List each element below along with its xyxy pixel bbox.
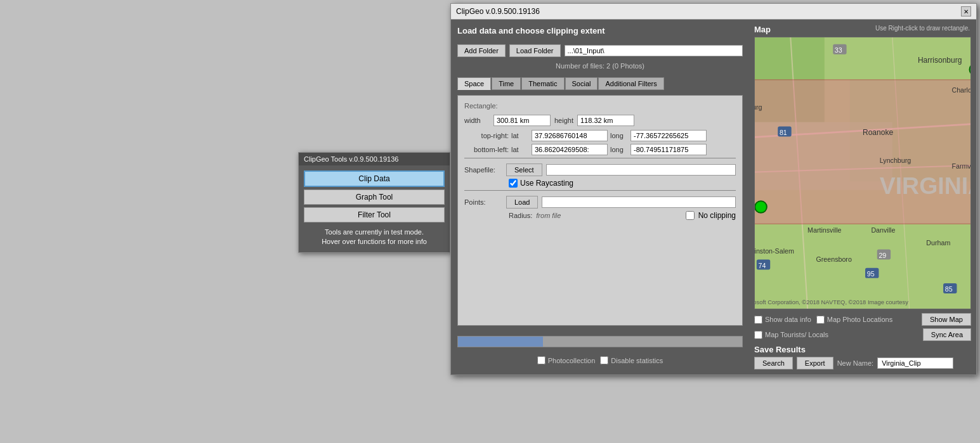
map-photo-locations-label: Map Photo Locations bbox=[816, 316, 892, 324]
divider2 bbox=[464, 190, 736, 191]
svg-text:33: 33 bbox=[835, 46, 842, 54]
tools-title: ClipGeo Tools v.0.9.500.19136 bbox=[304, 155, 398, 163]
bottom-left-label: bottom-left: bbox=[464, 146, 509, 153]
tab-space[interactable]: Space bbox=[457, 77, 491, 90]
export-button[interactable]: Export bbox=[797, 357, 833, 369]
radius-value: from file bbox=[536, 212, 681, 219]
map-svg: Harrisonburg Charlottesville Lewisburg R… bbox=[755, 37, 970, 309]
svg-text:Roanoke: Roanoke bbox=[863, 128, 893, 137]
photocollection-label: Photocollection bbox=[537, 356, 596, 364]
svg-text:Danville: Danville bbox=[871, 226, 895, 234]
map-container[interactable]: Harrisonburg Charlottesville Lewisburg R… bbox=[754, 37, 971, 309]
map-photo-locations-text: Map Photo Locations bbox=[827, 316, 892, 323]
top-right-row: top-right: lat long bbox=[464, 130, 736, 141]
tab-social[interactable]: Social bbox=[565, 77, 598, 90]
save-results-section: Save Results Search Export New Name: bbox=[754, 345, 971, 369]
section-title: Load data and choose clipping extent bbox=[457, 26, 743, 35]
svg-text:Martinsville: Martinsville bbox=[807, 226, 842, 234]
long-input-bl[interactable] bbox=[630, 144, 707, 155]
svg-text:81: 81 bbox=[780, 129, 787, 136]
shapefile-row: Shapefile: Select bbox=[464, 164, 736, 176]
main-window: ClipGeo v.0.9.500.19136 ✕ Load data and … bbox=[450, 3, 977, 375]
svg-text:Lynchburg: Lynchburg bbox=[880, 157, 911, 164]
tools-title-bar: ClipGeo Tools v.0.9.500.19136 bbox=[299, 153, 450, 165]
show-data-info-checkbox[interactable] bbox=[754, 316, 762, 324]
map-controls-row1: Show data info Map Photo Locations Show … bbox=[754, 313, 971, 326]
no-clipping-checkbox[interactable] bbox=[686, 211, 695, 220]
graph-tool-button[interactable]: Graph Tool bbox=[304, 189, 445, 205]
add-folder-button[interactable]: Add Folder bbox=[457, 44, 506, 57]
height-label: height bbox=[554, 117, 573, 124]
load-folder-button[interactable]: Load Folder bbox=[509, 44, 561, 57]
lat-input-tr[interactable] bbox=[532, 130, 608, 141]
main-title-bar: ClipGeo v.0.9.500.19136 ✕ bbox=[451, 4, 976, 20]
radius-row: Radius: from file No clipping bbox=[464, 211, 736, 220]
search-button[interactable]: Search bbox=[754, 357, 793, 369]
svg-text:©2018 Microsoft Corporation, ©: ©2018 Microsoft Corporation, ©2018 NAVTE… bbox=[755, 299, 908, 305]
svg-text:Farmville: Farmville bbox=[951, 162, 970, 170]
clip-data-button[interactable]: Clip Data bbox=[304, 170, 445, 187]
raycasting-checkbox[interactable] bbox=[509, 179, 518, 188]
filter-tool-button[interactable]: Filter Tool bbox=[304, 207, 445, 222]
svg-text:Lewisburg: Lewisburg bbox=[755, 103, 762, 111]
map-hint: Use Right-click to draw rectangle. bbox=[875, 25, 970, 32]
points-label: Points: bbox=[464, 198, 502, 206]
map-controls-row2: Map Tourists/ Locals Sync Area bbox=[754, 328, 971, 341]
tab-additional-filters[interactable]: Additional Filters bbox=[598, 77, 663, 90]
svg-text:29: 29 bbox=[879, 252, 886, 259]
lat-label-tr: lat bbox=[511, 132, 529, 139]
height-input[interactable] bbox=[577, 115, 634, 126]
raycasting-label: Use Raycasting bbox=[520, 179, 573, 188]
top-right-label: top-right: bbox=[464, 132, 509, 139]
tab-time[interactable]: Time bbox=[492, 77, 521, 90]
svg-text:Charlottesville: Charlottesville bbox=[951, 86, 970, 94]
folder-row: Add Folder Load Folder bbox=[457, 44, 743, 57]
map-tourists-text: Map Tourists/ Locals bbox=[765, 331, 828, 338]
file-count: Number of files: 2 (0 Photos) bbox=[457, 62, 743, 70]
rectangle-label: Rectangle: bbox=[464, 102, 736, 110]
lat-label-bl: lat bbox=[511, 146, 529, 153]
tools-info-line1: Tools are currently in test mode. bbox=[304, 228, 445, 237]
dimension-row: width height bbox=[464, 115, 736, 126]
right-panel: Map Use Right-click to draw rectangle. bbox=[749, 20, 976, 375]
tools-info-line2: Hover over functions for more info bbox=[304, 237, 445, 247]
svg-rect-8 bbox=[755, 80, 970, 224]
map-controls: Show data info Map Photo Locations Show … bbox=[754, 313, 971, 341]
svg-text:Winston-Salem: Winston-Salem bbox=[755, 247, 794, 255]
photocollection-text: Photocollection bbox=[548, 357, 596, 364]
show-data-info-text: Show data info bbox=[765, 316, 811, 323]
map-photo-locations-checkbox[interactable] bbox=[816, 316, 825, 324]
tools-window: ClipGeo Tools v.0.9.500.19136 Clip Data … bbox=[298, 152, 450, 253]
progress-bar-fill bbox=[458, 337, 543, 347]
main-title: ClipGeo v.0.9.500.19136 bbox=[456, 7, 540, 16]
long-input-tr[interactable] bbox=[630, 130, 707, 141]
svg-text:85: 85 bbox=[945, 285, 953, 293]
points-input[interactable] bbox=[542, 196, 736, 208]
close-button[interactable]: ✕ bbox=[961, 6, 971, 16]
disable-stats-checkbox[interactable] bbox=[600, 356, 608, 364]
map-tourists-label: Map Tourists/ Locals bbox=[754, 331, 828, 339]
divider1 bbox=[464, 158, 736, 158]
show-map-button[interactable]: Show Map bbox=[922, 313, 971, 326]
shapefile-input[interactable] bbox=[546, 164, 736, 176]
photocollection-checkbox[interactable] bbox=[537, 356, 546, 364]
svg-text:Durham: Durham bbox=[926, 239, 950, 247]
map-tourists-checkbox[interactable] bbox=[754, 331, 762, 339]
desktop: ClipGeo Tools v.0.9.500.19136 Clip Data … bbox=[0, 0, 980, 443]
progress-bar-container bbox=[457, 336, 743, 347]
no-clipping-label: No clipping bbox=[698, 211, 736, 220]
load-button[interactable]: Load bbox=[506, 196, 538, 209]
main-content: Load data and choose clipping extent Add… bbox=[451, 20, 976, 375]
folder-path-input[interactable] bbox=[565, 45, 743, 56]
points-row: Points: Load bbox=[464, 196, 736, 209]
width-input[interactable] bbox=[493, 115, 551, 126]
sync-area-button[interactable]: Sync Area bbox=[923, 328, 971, 341]
lat-input-bl[interactable] bbox=[532, 144, 608, 155]
long-label-tr: long bbox=[610, 132, 628, 139]
new-name-input[interactable] bbox=[877, 357, 953, 369]
tab-thematic[interactable]: Thematic bbox=[521, 77, 564, 90]
filter-tabs: Space Time Thematic Social Additional Fi… bbox=[457, 77, 743, 90]
select-button[interactable]: Select bbox=[506, 164, 542, 176]
save-row: Search Export New Name: bbox=[754, 357, 971, 369]
radius-label: Radius: bbox=[509, 212, 532, 219]
